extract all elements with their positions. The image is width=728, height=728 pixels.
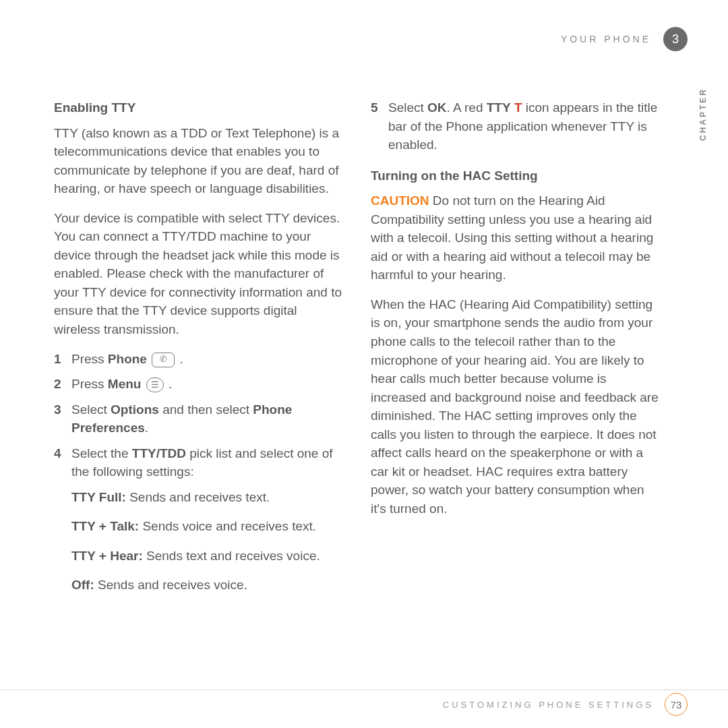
- right-column: 5 Select OK. A red TTY T icon appears in…: [371, 98, 661, 605]
- page-footer: CUSTOMIZING PHONE SETTINGS 73: [443, 693, 688, 716]
- step-body: Press Menu ☰ .: [71, 375, 344, 394]
- step-number: 4: [54, 444, 71, 481]
- steps-list-continued: 5 Select OK. A red TTY T icon appears in…: [371, 98, 661, 154]
- step-3: 3 Select Options and then select Phone P…: [54, 400, 344, 437]
- page-number: 73: [665, 693, 688, 716]
- option-tty-full: TTY Full: Sends and receives text.: [71, 488, 344, 507]
- step-number: 2: [54, 375, 71, 394]
- content-columns: Enabling TTY TTY (also known as a TDD or…: [54, 98, 688, 605]
- step-body: Press Phone ✆ .: [71, 350, 344, 369]
- steps-list: 1 Press Phone ✆ . 2 Press Menu ☰ . 3: [54, 350, 344, 481]
- option-tty-hear: TTY + Hear: Sends text and receives voic…: [71, 547, 344, 566]
- option-tty-talk: TTY + Talk: Sends voice and receives tex…: [71, 517, 344, 536]
- chapter-badge: 3: [663, 27, 688, 51]
- step-4: 4 Select the TTY/TDD pick list and selec…: [54, 444, 344, 481]
- page-header: YOUR PHONE 3: [54, 27, 688, 51]
- menu-key-icon: ☰: [146, 377, 164, 392]
- chapter-label-vertical: CHAPTER: [698, 88, 708, 141]
- step-number: 5: [371, 98, 388, 154]
- footer-rule: [0, 690, 728, 690]
- step-5: 5 Select OK. A red TTY T icon appears in…: [371, 98, 661, 154]
- left-column: Enabling TTY TTY (also known as a TDD or…: [54, 98, 344, 605]
- header-section: YOUR PHONE: [561, 34, 651, 44]
- footer-section: CUSTOMIZING PHONE SETTINGS: [443, 700, 654, 710]
- heading-enabling-tty: Enabling TTY: [54, 98, 344, 117]
- phone-key-icon: ✆: [152, 353, 175, 367]
- step-body: Select OK. A red TTY T icon appears in t…: [388, 98, 661, 154]
- hac-description: When the HAC (Hearing Aid Compatibility)…: [371, 295, 661, 518]
- tty-t-icon: T: [514, 100, 522, 115]
- step-2: 2 Press Menu ☰ .: [54, 375, 344, 394]
- step-body: Select Options and then select Phone Pre…: [71, 400, 344, 437]
- tty-compat-paragraph: Your device is compatible with select TT…: [54, 209, 344, 339]
- caution-block: CAUTION Do not turn on the Hearing Aid C…: [371, 191, 661, 284]
- caution-label: CAUTION: [371, 193, 429, 208]
- tty-intro-paragraph: TTY (also known as a TDD or Text Telepho…: [54, 124, 344, 198]
- step-number: 3: [54, 400, 71, 437]
- option-off: Off: Sends and receives voice.: [71, 576, 344, 595]
- step-number: 1: [54, 350, 71, 369]
- step-1: 1 Press Phone ✆ .: [54, 350, 344, 369]
- heading-hac-setting: Turning on the HAC Setting: [371, 166, 661, 185]
- page: YOUR PHONE 3 CHAPTER Enabling TTY TTY (a…: [0, 0, 728, 728]
- step-body: Select the TTY/TDD pick list and select …: [71, 444, 344, 481]
